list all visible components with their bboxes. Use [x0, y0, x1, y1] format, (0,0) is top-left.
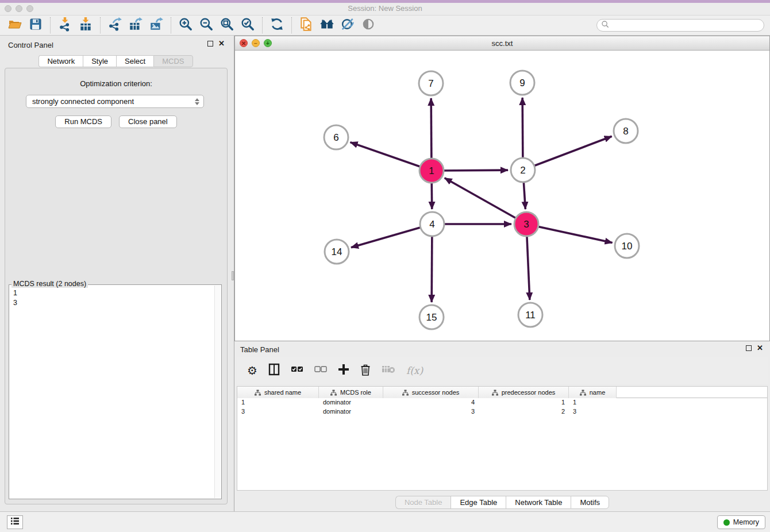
memory-button[interactable]: Memory: [717, 515, 765, 529]
apply-layout-button[interactable]: [267, 17, 287, 34]
table-cell[interactable]: 1: [237, 398, 319, 407]
hide-graphics-button[interactable]: [337, 17, 358, 34]
save-session-button[interactable]: [25, 17, 46, 34]
apply-layout-icon: [270, 17, 284, 34]
save-session-icon: [29, 17, 43, 33]
network-canvas[interactable]: 7968124314101511: [235, 51, 769, 341]
function-builder-icon: f(x): [406, 365, 423, 376]
graph-node-3[interactable]: 3: [514, 212, 538, 236]
control-panel-header: Control Panel ✕: [0, 36, 232, 54]
graph-node-10[interactable]: 10: [615, 234, 639, 258]
zoom-in-button[interactable]: [175, 17, 196, 34]
import-table-icon: [78, 17, 93, 34]
table-row[interactable]: 3dominator323: [237, 407, 767, 417]
svg-text:9: 9: [519, 78, 525, 88]
export-image-button[interactable]: [146, 17, 167, 34]
float-table-panel-icon[interactable]: [746, 345, 752, 351]
tab-network[interactable]: Network: [38, 55, 83, 67]
table-row[interactable]: 1dominator411: [237, 398, 767, 407]
svg-text:1: 1: [429, 165, 434, 176]
deselect-all-columns-button[interactable]: [314, 363, 327, 379]
zoom-out-button[interactable]: [196, 17, 217, 34]
graph-node-7[interactable]: 7: [419, 71, 443, 95]
tab-style[interactable]: Style: [83, 55, 116, 67]
open-browser-icon: [299, 17, 314, 34]
select-all-columns-button[interactable]: [291, 363, 303, 379]
home-button[interactable]: [317, 17, 337, 34]
column-header-successor-nodes[interactable]: successor nodes: [383, 387, 479, 398]
table-panel: Table Panel ✕ ⚙ f(x) shared nameMCDS rol…: [234, 342, 770, 511]
delete-table-button[interactable]: [382, 363, 395, 379]
open-browser-button[interactable]: [296, 17, 317, 34]
graph-node-14[interactable]: 14: [325, 240, 349, 264]
import-table-button[interactable]: [75, 17, 96, 34]
zoom-selected-button[interactable]: [237, 17, 258, 34]
tab-mcds[interactable]: MCDS: [153, 55, 192, 67]
add-column-button[interactable]: [338, 363, 349, 379]
table-cell[interactable]: 1: [569, 398, 617, 407]
close-table-panel-icon[interactable]: ✕: [757, 345, 763, 351]
graph-node-1[interactable]: 1: [419, 159, 444, 183]
graph-edge-3-1[interactable]: [445, 178, 526, 224]
graph-node-4[interactable]: 4: [420, 212, 444, 236]
search-input[interactable]: [610, 20, 764, 30]
graph-node-6[interactable]: 6: [324, 125, 348, 149]
graph-node-11[interactable]: 11: [518, 303, 542, 327]
graph-node-9[interactable]: 9: [510, 71, 534, 95]
add-column-icon: [338, 364, 349, 377]
column-header-MCDS-role[interactable]: MCDS role: [319, 387, 383, 398]
splitter-grip-icon[interactable]: [232, 271, 234, 280]
export-image-icon: [149, 17, 164, 34]
zoom-fit-button[interactable]: [217, 17, 237, 34]
column-header-shared-name[interactable]: shared name: [237, 387, 319, 398]
search-icon: [601, 20, 610, 31]
column-header-name[interactable]: name: [569, 387, 617, 398]
table-cell[interactable]: 4: [383, 398, 479, 407]
global-search-field[interactable]: [596, 19, 764, 32]
tab-node-table[interactable]: Node Table: [395, 496, 451, 509]
delete-column-button[interactable]: [360, 363, 371, 379]
graph-node-2[interactable]: 2: [511, 158, 535, 182]
show-graphics-button[interactable]: [358, 17, 379, 34]
optimization-criterion-select[interactable]: strongly connected component: [26, 95, 204, 108]
table-tabs: Node Table Edge Table Network Table Moti…: [234, 496, 770, 509]
table-cell[interactable]: 1: [479, 398, 569, 407]
result-scrollbar[interactable]: [214, 286, 221, 498]
float-panel-icon[interactable]: [207, 41, 213, 47]
svg-text:10: 10: [622, 241, 633, 252]
table-cell[interactable]: dominator: [319, 398, 383, 407]
run-mcds-button[interactable]: Run MCDS: [55, 115, 111, 128]
optimization-criterion-label: Optimization criterion:: [5, 79, 227, 88]
table-cell[interactable]: 2: [479, 407, 569, 417]
task-history-button[interactable]: [7, 515, 23, 529]
svg-text:15: 15: [426, 312, 437, 323]
gear-button[interactable]: ⚙: [247, 363, 257, 379]
graph-node-15[interactable]: 15: [419, 305, 444, 329]
table-cell[interactable]: 3: [569, 407, 617, 417]
tab-network-table[interactable]: Network Table: [506, 496, 571, 509]
columns-button[interactable]: [268, 363, 280, 379]
graph-node-8[interactable]: 8: [614, 119, 638, 143]
hide-graphics-icon: [340, 17, 355, 34]
tab-motifs[interactable]: Motifs: [571, 496, 609, 509]
graph-edge-2-8[interactable]: [523, 136, 612, 170]
network-window-titlebar: ✕ − + scc.txt: [235, 36, 769, 51]
export-table-button[interactable]: [125, 17, 146, 34]
columns-icon: [268, 363, 280, 378]
control-panel-tabs: Network Style Select MCDS: [0, 55, 232, 67]
graph-edge-3-10[interactable]: [526, 224, 613, 242]
column-header-predecessor-nodes[interactable]: predecessor nodes: [479, 387, 569, 398]
tab-edge-table[interactable]: Edge Table: [451, 496, 506, 509]
export-network-button[interactable]: [105, 17, 125, 34]
open-session-button[interactable]: [5, 17, 25, 34]
close-panel-button[interactable]: Close panel: [119, 115, 177, 128]
main-toolbar: [0, 16, 770, 36]
tab-select[interactable]: Select: [116, 55, 153, 67]
table-cell[interactable]: 3: [237, 407, 319, 417]
function-builder-button[interactable]: f(x): [406, 363, 423, 379]
close-panel-icon[interactable]: ✕: [218, 41, 225, 47]
import-network-button[interactable]: [55, 17, 75, 34]
toolbar-separator: [291, 17, 292, 33]
table-cell[interactable]: 3: [383, 407, 479, 417]
table-cell[interactable]: dominator: [319, 407, 383, 417]
